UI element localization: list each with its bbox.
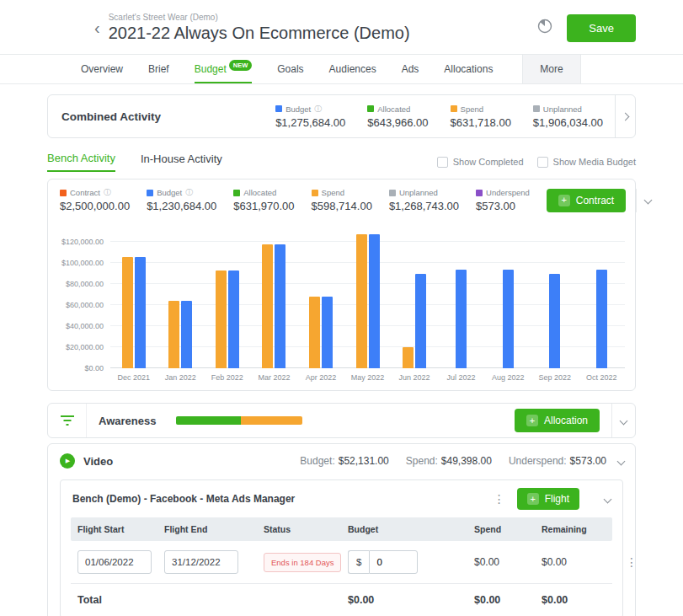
status-badge: Ends in 184 Days (264, 553, 341, 572)
tab-overview[interactable]: Overview (81, 55, 123, 83)
bar-spend[interactable] (122, 257, 133, 369)
x-axis-label: May 2022 (344, 373, 392, 382)
total-remaining: $0.00 (535, 584, 619, 616)
collapse-video-chevron[interactable] (606, 458, 635, 464)
stat-value: $2,500,000.00 (60, 200, 130, 212)
back-chevron-icon[interactable]: ‹ (94, 19, 100, 36)
bar-budget[interactable] (228, 271, 239, 368)
info-icon[interactable]: ⓘ (104, 189, 111, 196)
y-axis-label: $100,000.00 (61, 259, 104, 267)
expand-right-chevron[interactable] (615, 95, 635, 137)
collapse-chart-chevron[interactable] (636, 189, 659, 212)
x-axis-label: Dec 2021 (110, 373, 157, 382)
bar-budget[interactable] (503, 270, 514, 369)
info-icon[interactable]: ⓘ (185, 189, 193, 196)
y-axis-label: $60,000.00 (66, 301, 104, 309)
total-label: Total (71, 584, 157, 616)
legend-swatch (312, 190, 318, 196)
video-underspend: Underspend:$573.00 (509, 455, 606, 467)
bar-budget[interactable] (369, 234, 380, 368)
stat-label: Unplanned (543, 104, 582, 114)
save-button[interactable]: Save (567, 14, 636, 42)
bar-spend[interactable] (216, 271, 227, 368)
bar-budget[interactable] (549, 274, 560, 369)
awareness-section-header: Awareness + Allocation (47, 403, 636, 438)
col-status: Status (257, 517, 341, 541)
bar-budget[interactable] (181, 301, 192, 368)
chart-bar-group (204, 271, 251, 368)
chevron-down-icon (644, 196, 653, 205)
stat-value: $643,966.00 (367, 116, 428, 129)
bar-budget[interactable] (275, 244, 285, 369)
pie-chart-icon[interactable] (536, 18, 553, 38)
col-budget: Budget (341, 517, 467, 541)
tab-goals[interactable]: Goals (277, 55, 303, 83)
stat-label: Spend (461, 104, 483, 114)
bar-spend[interactable] (168, 301, 179, 368)
combined-activity-card: Combined Activity Budgetⓘ $1,275,684.00 … (47, 94, 636, 138)
x-axis-label: Mar 2022 (251, 373, 298, 382)
y-axis-label: $80,000.00 (66, 280, 104, 288)
more-button[interactable]: More (522, 55, 581, 83)
info-icon[interactable]: ⓘ (314, 105, 322, 113)
tab-brief[interactable]: Brief (148, 55, 169, 83)
flights-table: Flight Start Flight End Status Budget Sp… (61, 517, 622, 616)
y-axis-label: $0.00 (84, 364, 104, 372)
row-kebab-menu-icon[interactable]: ⋮ (626, 555, 638, 569)
awareness-progress-bar (176, 416, 302, 425)
flight-start-input[interactable] (77, 550, 152, 574)
bar-spend[interactable] (403, 347, 414, 368)
bar-budget[interactable] (596, 270, 607, 369)
collapse-awareness-chevron[interactable] (611, 404, 635, 437)
stat-spend: Spend $598,714.00 (312, 188, 372, 212)
show-completed-checkbox[interactable]: Show Completed (437, 157, 524, 168)
tab-audiences[interactable]: Audiences (329, 55, 376, 83)
checkbox-icon[interactable] (437, 157, 448, 168)
tab-in-house-activity[interactable]: In-House Activity (141, 153, 222, 171)
progress-spend-segment (241, 416, 303, 425)
awareness-actions: + Allocation (515, 404, 635, 437)
media-plan-title: Bench (Demo) - Facebook - Meta Ads Manag… (72, 493, 295, 505)
bar-budget[interactable] (415, 274, 426, 369)
stat-value: $598,714.00 (312, 200, 372, 212)
col-flight-start: Flight Start (71, 517, 157, 541)
y-axis-label: $20,000.00 (66, 343, 104, 351)
x-axis-label: Jan 2022 (157, 373, 205, 382)
x-axis-label: Oct 2022 (578, 373, 625, 382)
bar-spend[interactable] (262, 244, 273, 369)
tab-allocations[interactable]: Allocations (444, 55, 493, 83)
bar-spend[interactable] (356, 234, 367, 368)
add-contract-button[interactable]: + Contract (547, 189, 626, 212)
kebab-menu-icon[interactable]: ⋮ (494, 493, 505, 505)
stat-spend: Spend $631,718.00 (451, 104, 511, 129)
chevron-down-icon (620, 416, 628, 425)
legend-swatch (476, 190, 483, 196)
collapse-flights-chevron[interactable] (601, 488, 614, 510)
workspace-name: Scarlet's Street Wear (Demo) (109, 13, 410, 22)
x-axis-label: Sep 2022 (531, 373, 579, 382)
tab-ads[interactable]: Ads (402, 55, 419, 83)
legend-swatch (367, 105, 374, 112)
bar-budget[interactable] (456, 270, 467, 369)
page-header: ‹ Scarlet's Street Wear (Demo) 2021-22 A… (0, 0, 683, 54)
budget-input[interactable] (369, 550, 418, 574)
flight-remaining-value: $0.00 (535, 547, 619, 577)
chart-bar-group (157, 301, 205, 368)
chart-bar-group (531, 274, 579, 369)
bar-budget[interactable] (322, 297, 333, 368)
add-allocation-button[interactable]: + Allocation (515, 409, 600, 432)
stat-label: Budget (157, 188, 182, 197)
legend-swatch (147, 190, 153, 196)
add-flight-button[interactable]: + Flight (517, 488, 579, 510)
checkbox-icon[interactable] (537, 157, 548, 168)
bar-spend[interactable] (309, 297, 320, 368)
plus-icon: + (526, 415, 538, 426)
stat-label: Spend (322, 188, 344, 197)
show-media-budget-checkbox[interactable]: Show Media Budget (537, 157, 636, 168)
chevron-down-icon (616, 457, 625, 465)
bar-budget[interactable] (135, 257, 146, 369)
flight-end-input[interactable] (164, 550, 238, 574)
video-spend: Spend:$49,398.00 (406, 455, 492, 467)
tab-bench-activity[interactable]: Bench Activity (47, 152, 115, 172)
tab-budget[interactable]: Budget NEW (195, 55, 253, 83)
